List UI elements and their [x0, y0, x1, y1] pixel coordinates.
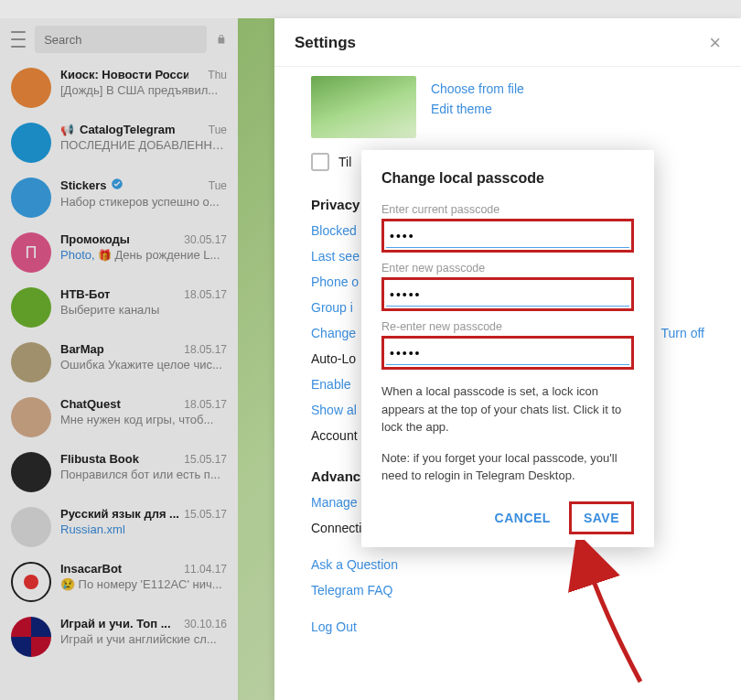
current-passcode-label: Enter current passcode [381, 203, 634, 216]
edit-theme-link[interactable]: Edit theme [431, 102, 524, 116]
settings-header: Settings × [274, 18, 741, 67]
passcode-modal: Change local passcode Enter current pass… [361, 150, 654, 547]
turn-off-link[interactable]: Turn off [661, 326, 704, 340]
reenter-passcode-input[interactable] [386, 340, 629, 365]
showall-link[interactable]: Show al [311, 403, 357, 417]
modal-title: Change local passcode [381, 170, 634, 187]
reenter-passcode-label: Re-enter new passcode [381, 320, 634, 333]
tile-label: Til [338, 155, 351, 169]
settings-title: Settings [295, 34, 356, 52]
current-passcode-input[interactable] [386, 223, 629, 248]
blocked-users-link[interactable]: Blocked [311, 223, 357, 238]
theme-preview [311, 76, 416, 138]
new-passcode-label: Enter new passcode [381, 262, 634, 275]
window-titlebar [0, 0, 741, 18]
checkbox-icon[interactable] [311, 153, 329, 171]
close-icon[interactable]: × [709, 33, 721, 53]
save-button[interactable]: SAVE [573, 505, 630, 531]
highlight-box: SAVE [569, 501, 634, 534]
highlight-box [381, 219, 634, 253]
group-link[interactable]: Group i [311, 300, 353, 315]
highlight-box [381, 336, 634, 370]
modal-actions: CANCEL SAVE [381, 501, 634, 534]
autolock-label: Auto-Lo [311, 351, 356, 366]
choose-from-file-link[interactable]: Choose from file [431, 81, 524, 96]
faq-link[interactable]: Telegram FAQ [311, 583, 392, 598]
modal-note-2: Note: if you forget your local passcode,… [381, 449, 634, 485]
manage-link[interactable]: Manage [311, 495, 358, 510]
highlight-box [381, 277, 634, 311]
new-passcode-input[interactable] [386, 282, 629, 307]
ask-question-link[interactable]: Ask a Question [311, 557, 398, 572]
last-seen-link[interactable]: Last see [311, 249, 360, 264]
modal-note-1: When a local passcode is set, a lock ico… [381, 382, 634, 436]
account-label: Account [311, 428, 358, 443]
phone-link[interactable]: Phone o [311, 275, 359, 289]
change-passcode-link[interactable]: Change [311, 326, 356, 340]
enable-link[interactable]: Enable [311, 377, 351, 392]
logout-link[interactable]: Log Out [311, 619, 357, 634]
cancel-button[interactable]: CANCEL [482, 503, 564, 533]
